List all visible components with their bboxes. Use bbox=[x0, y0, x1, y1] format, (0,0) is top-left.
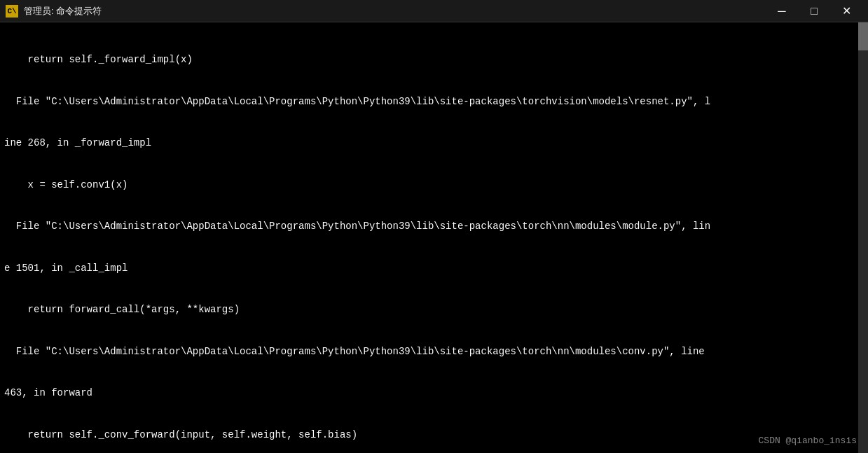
line-9: 463, in forward bbox=[4, 386, 864, 400]
maximize-button[interactable]: □ bbox=[798, 0, 830, 22]
close-button[interactable]: ✕ bbox=[830, 0, 862, 22]
minimize-button[interactable]: ─ bbox=[766, 0, 798, 22]
title-bar-left: C\ 管理员: 命令提示符 bbox=[6, 5, 102, 18]
terminal-output: return self._forward_impl(x) File "C:\Us… bbox=[4, 25, 864, 453]
scrollbar[interactable] bbox=[858, 22, 868, 453]
line-8: File "C:\Users\Administrator\AppData\Loc… bbox=[4, 344, 864, 358]
window-title: 管理员: 命令提示符 bbox=[24, 5, 102, 18]
line-5: File "C:\Users\Administrator\AppData\Loc… bbox=[4, 219, 864, 233]
line-6: e 1501, in _call_impl bbox=[4, 261, 864, 275]
line-7: return forward_call(*args, **kwargs) bbox=[4, 302, 864, 316]
scrollbar-thumb[interactable] bbox=[858, 22, 868, 50]
watermark: CSDN @qianbo_insis bbox=[759, 435, 857, 447]
line-1: return self._forward_impl(x) bbox=[4, 53, 864, 67]
line-2: File "C:\Users\Administrator\AppData\Loc… bbox=[4, 95, 864, 109]
window-controls: ─ □ ✕ bbox=[766, 0, 862, 22]
terminal-body[interactable]: return self._forward_impl(x) File "C:\Us… bbox=[0, 22, 868, 453]
title-bar: C\ 管理员: 命令提示符 ─ □ ✕ bbox=[0, 0, 868, 22]
line-3: ine 268, in _forward_impl bbox=[4, 136, 864, 150]
terminal-window: C\ 管理员: 命令提示符 ─ □ ✕ return self._forward… bbox=[0, 0, 868, 453]
line-10: return self._conv_forward(input, self.we… bbox=[4, 428, 864, 442]
line-4: x = self.conv1(x) bbox=[4, 178, 864, 192]
cmd-icon: C\ bbox=[6, 5, 18, 18]
